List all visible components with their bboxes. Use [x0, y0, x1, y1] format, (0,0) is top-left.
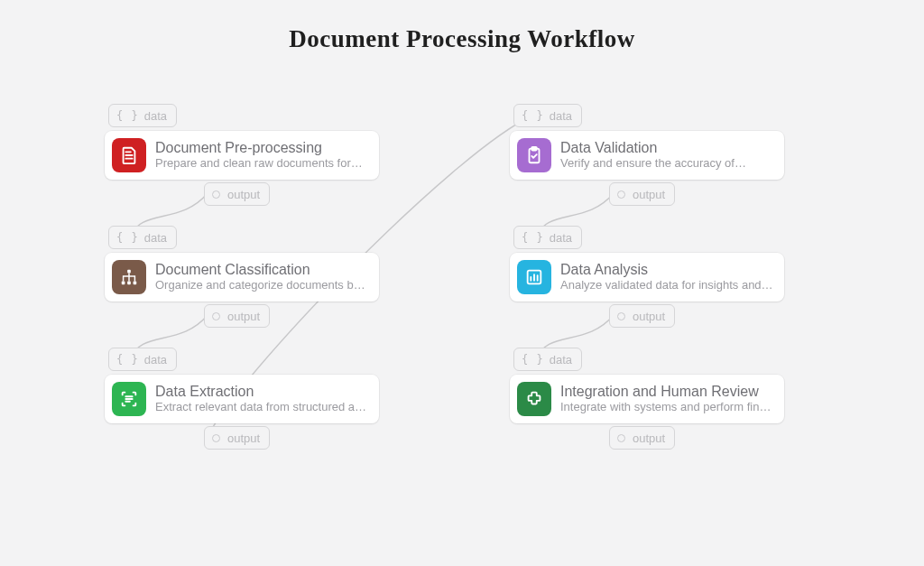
braces-icon: { }: [116, 109, 139, 122]
node-title: Data Extraction: [155, 383, 370, 400]
node-title: Integration and Human Review: [560, 383, 775, 400]
node-desc: Organize and categorize documents by…: [155, 278, 370, 293]
output-pill: output: [204, 304, 270, 328]
svg-rect-1: [122, 282, 125, 285]
port-icon: [212, 312, 220, 320]
node-document-classification[interactable]: Document Classification Organize and cat…: [105, 253, 379, 302]
pill-label: output: [633, 310, 665, 323]
pill-label: data: [144, 109, 167, 123]
document-icon: [112, 138, 146, 172]
output-pill: output: [204, 426, 270, 450]
node-data-analysis[interactable]: Data Analysis Analyze validated data for…: [510, 253, 784, 302]
node-desc: Integrate with systems and perform fina…: [560, 400, 775, 415]
data-pill: { } data: [108, 104, 177, 127]
braces-icon: { }: [116, 353, 139, 366]
scan-icon: [112, 382, 146, 416]
pill-label: output: [227, 310, 260, 323]
pill-label: output: [227, 431, 260, 445]
output-pill: output: [609, 182, 675, 206]
data-pill: { } data: [513, 226, 582, 249]
puzzle-icon: [517, 382, 551, 416]
data-pill: { } data: [108, 348, 177, 371]
output-pill: output: [609, 304, 675, 328]
node-title: Data Analysis: [560, 261, 775, 278]
braces-icon: { }: [522, 109, 544, 122]
hierarchy-icon: [112, 260, 146, 294]
node-desc: Extract relevant data from structured an…: [155, 400, 370, 415]
node-data-extraction[interactable]: Data Extraction Extract relevant data fr…: [105, 375, 379, 423]
node-document-pre-processing[interactable]: Document Pre-processing Prepare and clea…: [105, 131, 379, 180]
pill-label: data: [550, 353, 572, 367]
braces-icon: { }: [116, 231, 139, 244]
node-desc: Analyze validated data for insights and…: [560, 278, 775, 293]
node-data-validation[interactable]: Data Validation Verify and ensure the ac…: [510, 131, 784, 180]
svg-rect-0: [127, 270, 131, 274]
port-icon: [617, 312, 625, 320]
pill-label: data: [550, 231, 572, 245]
node-desc: Prepare and clean raw documents for…: [155, 156, 370, 172]
node-title: Document Pre-processing: [155, 139, 370, 156]
data-pill: { } data: [513, 104, 582, 127]
pill-label: data: [550, 109, 572, 123]
node-integration-and-human-review[interactable]: Integration and Human Review Integrate w…: [510, 375, 784, 423]
braces-icon: { }: [522, 353, 544, 366]
port-icon: [617, 434, 625, 442]
page-title: Document Processing Workflow: [0, 25, 924, 53]
port-icon: [617, 190, 625, 199]
output-pill: output: [204, 182, 270, 206]
pill-label: output: [633, 431, 665, 445]
pill-label: data: [144, 353, 167, 367]
pill-label: output: [227, 188, 260, 201]
node-title: Document Classification: [155, 261, 370, 278]
port-icon: [212, 434, 220, 442]
data-pill: { } data: [513, 348, 582, 371]
node-title: Data Validation: [560, 139, 775, 156]
output-pill: output: [609, 426, 675, 450]
braces-icon: { }: [522, 231, 544, 244]
svg-rect-2: [127, 282, 131, 285]
node-desc: Verify and ensure the accuracy of…: [560, 156, 775, 172]
svg-rect-3: [134, 282, 137, 285]
pill-label: data: [144, 231, 167, 245]
port-icon: [212, 190, 220, 199]
data-pill: { } data: [108, 226, 177, 249]
chart-icon: [517, 260, 551, 294]
svg-rect-5: [531, 147, 537, 151]
pill-label: output: [633, 188, 665, 201]
clipboard-check-icon: [517, 138, 551, 172]
